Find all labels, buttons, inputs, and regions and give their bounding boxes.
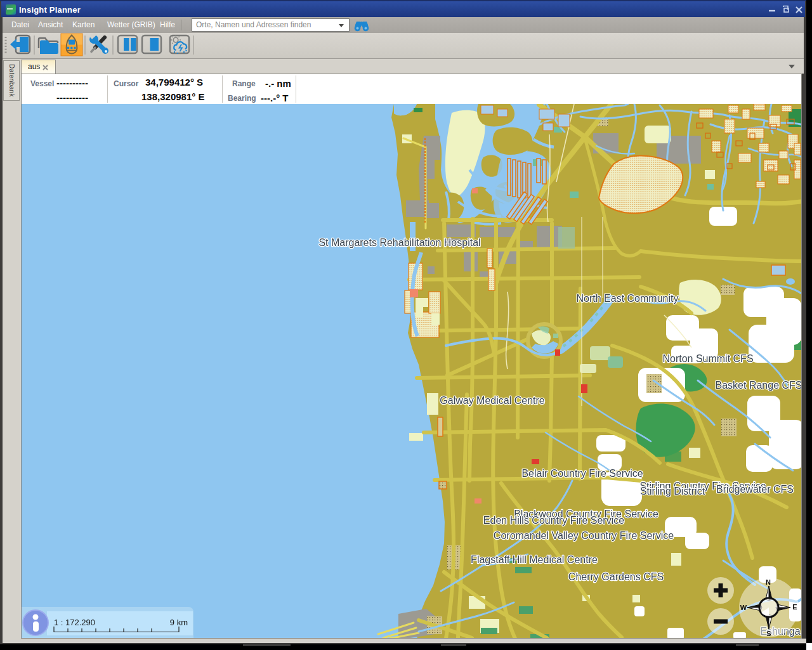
svg-text:9 km: 9 km: [170, 618, 188, 627]
svg-text:W: W: [740, 604, 747, 611]
svg-text:Belair Country Fire Service: Belair Country Fire Service: [521, 468, 643, 479]
svg-text:Flagstaff Hill Medical Centre: Flagstaff Hill Medical Centre: [471, 554, 598, 565]
svg-text:Stirling District: Stirling District: [640, 486, 705, 497]
svg-text:Norton Summit CFS: Norton Summit CFS: [662, 353, 753, 364]
svg-text:S: S: [766, 630, 771, 637]
svg-text:St Margarets Rehabilitation Ho: St Margarets Rehabilitation Hospital: [318, 237, 480, 248]
svg-text:1 : 172.290: 1 : 172.290: [54, 618, 95, 627]
svg-text:N: N: [766, 578, 771, 586]
svg-text:Coromandel Valley Country Fire: Coromandel Valley Country Fire Service: [494, 530, 674, 541]
svg-text:Galway Medical Centre: Galway Medical Centre: [440, 395, 545, 406]
svg-text:North East Community: North East Community: [577, 293, 679, 304]
svg-text:Cherry Gardens CFS: Cherry Gardens CFS: [568, 571, 664, 582]
svg-text:Bridgewater CFS: Bridgewater CFS: [716, 484, 794, 495]
svg-text:Eden Hills Country Fire Servic: Eden Hills Country Fire Service: [483, 515, 624, 526]
svg-text:E: E: [792, 603, 797, 611]
svg-text:Basket Range CFS: Basket Range CFS: [716, 380, 801, 391]
